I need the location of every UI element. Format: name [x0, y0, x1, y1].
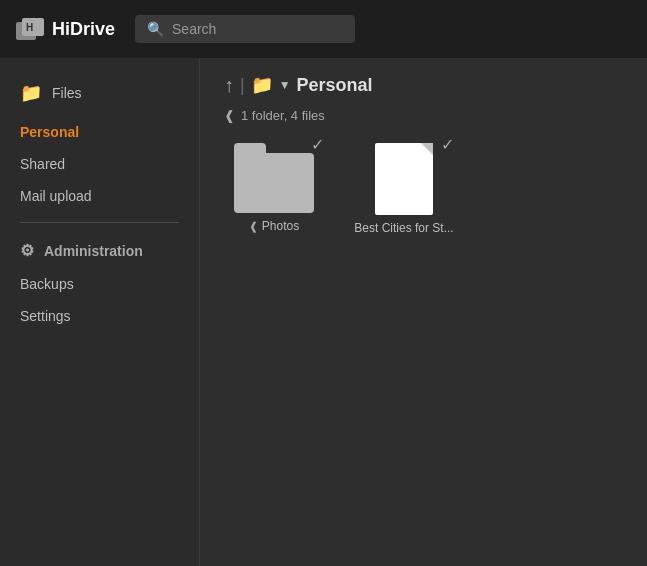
gear-icon: ⚙ [20, 241, 34, 260]
search-icon: 🔍 [147, 21, 164, 37]
administration-label: Administration [44, 243, 143, 259]
search-bar[interactable]: 🔍 [135, 15, 355, 43]
file-dog-ear [421, 143, 433, 155]
breadcrumb-title: Personal [297, 75, 373, 96]
shared-label: Shared [20, 156, 65, 172]
share-count-icon: ❰ [224, 108, 235, 123]
sidebar-item-settings[interactable]: Settings [0, 300, 199, 332]
personal-label: Personal [20, 124, 79, 140]
main-layout: 📁 Files Personal Shared Mail upload ⚙ Ad… [0, 58, 647, 566]
sidebar: 📁 Files Personal Shared Mail upload ⚙ Ad… [0, 58, 200, 566]
folder-body [234, 153, 314, 213]
folder-icon: 📁 [20, 82, 42, 104]
file-item-photos[interactable]: ✓ ❰ Photos [224, 143, 324, 233]
sidebar-item-personal[interactable]: Personal [0, 116, 199, 148]
photos-share-icon: ❰ [249, 220, 258, 233]
mail-upload-label: Mail upload [20, 188, 92, 204]
content-area: ↑ | 📁 ▼ Personal ❰ 1 folder, 4 files ✓ ❰ [200, 58, 647, 566]
topbar: H HiDrive 🔍 [0, 0, 647, 58]
svg-text:H: H [26, 22, 33, 33]
breadcrumb: ↑ | 📁 ▼ Personal [224, 74, 623, 96]
settings-label: Settings [20, 308, 71, 324]
sidebar-files-section: 📁 Files [0, 74, 199, 116]
logo: H HiDrive [16, 18, 115, 40]
breadcrumb-dropdown-arrow[interactable]: ▼ [279, 78, 291, 92]
search-input[interactable] [172, 21, 343, 37]
logo-text: HiDrive [52, 19, 115, 40]
photos-label: ❰ Photos [249, 219, 299, 233]
sidebar-administration: ⚙ Administration [0, 233, 199, 268]
file-grid: ✓ ❰ Photos ✓ Best Cities for St... [224, 143, 623, 235]
breadcrumb-folder-icon: 📁 [251, 74, 273, 96]
backups-label: Backups [20, 276, 74, 292]
sidebar-item-shared[interactable]: Shared [0, 148, 199, 180]
best-cities-checkmark: ✓ [441, 135, 454, 154]
best-cities-label: Best Cities for St... [354, 221, 453, 235]
file-count-text: 1 folder, 4 files [241, 108, 325, 123]
sidebar-divider [20, 222, 179, 223]
photos-folder-icon [234, 143, 314, 213]
files-label: Files [52, 85, 82, 101]
file-count: ❰ 1 folder, 4 files [224, 108, 623, 123]
sidebar-item-mail-upload[interactable]: Mail upload [0, 180, 199, 212]
navigate-up-button[interactable]: ↑ [224, 75, 234, 95]
hidrive-logo-icon: H [16, 18, 44, 40]
file-item-best-cities[interactable]: ✓ Best Cities for St... [354, 143, 454, 235]
sidebar-item-backups[interactable]: Backups [0, 268, 199, 300]
breadcrumb-separator: | [240, 75, 245, 96]
best-cities-file-icon [375, 143, 433, 215]
